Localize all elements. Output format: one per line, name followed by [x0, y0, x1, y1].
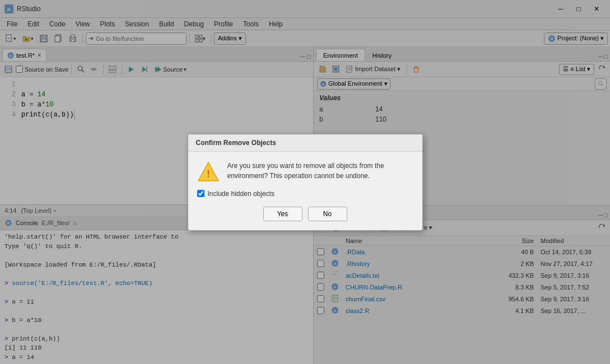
svg-text:!: !: [207, 169, 210, 180]
dialog-content: ! Are you sure you want to remove all ob…: [197, 161, 413, 183]
dialog-title: Confirm Remove Objects: [188, 134, 422, 152]
dialog-no-button[interactable]: No: [308, 207, 347, 221]
dialog-checkbox-container: Include hidden objects: [197, 190, 413, 198]
include-hidden-label: Include hidden objects: [208, 190, 274, 198]
dialog-yes-button[interactable]: Yes: [263, 207, 302, 221]
dialog-overlay: Confirm Remove Objects ! Are you sure yo…: [0, 0, 610, 364]
dialog-body: ! Are you sure you want to remove all ob…: [188, 152, 422, 230]
confirm-remove-dialog: Confirm Remove Objects ! Are you sure yo…: [188, 134, 423, 231]
dialog-message: Are you sure you want to remove all obje…: [227, 161, 413, 181]
warning-icon: !: [197, 161, 220, 183]
include-hidden-checkbox[interactable]: [197, 190, 204, 197]
dialog-buttons: Yes No: [197, 204, 413, 221]
